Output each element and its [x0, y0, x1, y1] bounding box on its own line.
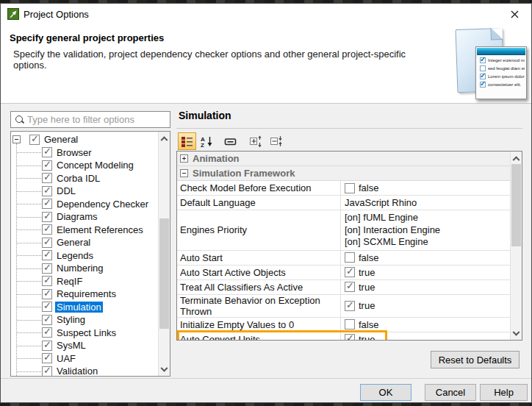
tree-item-label[interactable]: Browser [55, 147, 93, 158]
tree-item[interactable]: Simulation [11, 301, 158, 314]
filter-input[interactable] [24, 114, 170, 125]
show-description-button[interactable] [221, 132, 240, 150]
tree-item-label[interactable]: Numbering [55, 263, 105, 274]
tree-item[interactable]: Dependency Checker [11, 198, 158, 211]
tree-item-label[interactable]: Suspect Links [55, 327, 118, 338]
close-icon[interactable] [498, 4, 531, 24]
tree-item[interactable]: Validation [11, 365, 158, 377]
tree-item[interactable]: Legends [11, 249, 158, 263]
tree-item-checkbox[interactable] [42, 238, 52, 248]
tree-item[interactable]: Numbering [11, 262, 158, 275]
sort-alphabetically-button[interactable]: A Z [198, 132, 216, 150]
tree-item-checkbox[interactable] [42, 160, 52, 171]
tree-item-label[interactable]: Element References [55, 224, 145, 235]
tree-item[interactable]: Styling [11, 313, 158, 327]
value-checkbox[interactable] [345, 301, 355, 311]
property-value[interactable]: true [340, 266, 510, 279]
property-value[interactable]: true [340, 280, 510, 294]
scroll-up-icon[interactable] [159, 132, 170, 143]
scroll-down-icon[interactable] [511, 328, 522, 340]
value-checkbox[interactable] [345, 252, 355, 263]
ok-button[interactable]: OK [360, 384, 411, 401]
dialog-titlebar[interactable]: Project Options [1, 4, 531, 24]
property-row[interactable]: Auto Start Active Objectstrue [177, 266, 510, 280]
tree-item-label[interactable]: Validation [55, 366, 99, 377]
tree-item[interactable]: Element References [11, 224, 158, 237]
property-row[interactable]: Default LanguageJavaScript Rhino [177, 196, 510, 210]
tree-scrollbar[interactable] [158, 132, 170, 376]
tree-item-checkbox[interactable] [42, 250, 52, 260]
tree-item-checkbox[interactable] [42, 263, 52, 274]
tree-item-checkbox[interactable] [42, 353, 52, 363]
property-value[interactable]: true [340, 332, 510, 341]
property-row[interactable]: Check Model Before Executionfalse [177, 181, 510, 196]
tree-item[interactable]: Requirements [11, 288, 158, 301]
tree-item-checkbox[interactable] [42, 366, 52, 377]
group-row[interactable]: Animation [177, 152, 510, 166]
property-row[interactable]: Engines Priority[on] fUML Engine[on] Int… [177, 210, 510, 251]
tree-item-label[interactable]: ReqIF [55, 276, 84, 287]
tree-item-checkbox[interactable] [42, 302, 52, 312]
property-row[interactable]: Terminate Behavior on Exception Throwntr… [177, 295, 510, 318]
expand-toggle-icon[interactable] [180, 154, 188, 163]
tree-item[interactable]: Diagrams [11, 210, 158, 224]
tree-item-label[interactable]: General [55, 237, 92, 248]
collapse-all-button[interactable] [267, 132, 285, 150]
expand-all-button[interactable] [246, 132, 265, 150]
tree-item-checkbox[interactable] [29, 135, 40, 145]
tree-item[interactable]: Concept Modeling [11, 159, 158, 172]
tree-item-label[interactable]: Legends [55, 250, 95, 261]
scroll-up-icon[interactable] [511, 152, 522, 163]
value-checkbox[interactable] [345, 183, 355, 193]
tree-item[interactable]: Suspect Links [11, 327, 158, 340]
cancel-button[interactable]: Cancel [425, 384, 476, 401]
tree-item-label[interactable]: Dependency Checker [55, 199, 150, 210]
group-row[interactable]: Simulation Framework [177, 166, 510, 181]
tree-item-label[interactable]: General [43, 134, 79, 145]
tree-item[interactable]: SysML [11, 339, 158, 352]
value-checkbox[interactable] [345, 334, 355, 341]
property-row[interactable]: Auto Convert Unitstrue [177, 332, 510, 341]
property-value[interactable]: false [340, 251, 510, 265]
tree-item-label[interactable]: Diagrams [55, 211, 99, 222]
tree-item[interactable]: Browser [11, 146, 158, 160]
tree-item-label[interactable]: Requirements [55, 288, 118, 299]
collapse-toggle-icon[interactable] [12, 135, 21, 143]
tree-item-checkbox[interactable] [42, 212, 52, 222]
property-row[interactable]: Treat All Classifiers As Activetrue [177, 280, 510, 295]
tree-item-checkbox[interactable] [42, 315, 52, 325]
tree-item-checkbox[interactable] [42, 327, 52, 338]
tree-item-checkbox[interactable] [42, 341, 52, 351]
tree-item-general-root[interactable]: General [11, 133, 158, 146]
tree-item-label[interactable]: Styling [55, 314, 87, 325]
tree-item-checkbox[interactable] [42, 147, 52, 157]
help-button[interactable]: Help [480, 384, 528, 401]
tree-item[interactable]: ReqIF [11, 275, 158, 288]
property-value[interactable]: false [340, 318, 510, 332]
tree-item[interactable]: Corba IDL [11, 172, 158, 185]
tree-item-label[interactable]: Concept Modeling [55, 160, 135, 171]
tree-item-label[interactable]: Simulation [55, 302, 103, 313]
tree-item[interactable]: General [11, 236, 158, 249]
tree-item-checkbox[interactable] [42, 199, 52, 209]
tree-item-label[interactable]: SysML [55, 340, 87, 351]
tree-item-label[interactable]: UAF [55, 353, 77, 364]
collapse-toggle-icon[interactable] [180, 169, 188, 177]
property-value[interactable]: false [340, 181, 510, 195]
value-checkbox[interactable] [345, 282, 355, 292]
tree-item[interactable]: DDL [11, 185, 158, 198]
property-row[interactable]: Auto Startfalse [177, 251, 510, 266]
tree-item[interactable]: UAF [11, 352, 158, 366]
table-scrollbar[interactable] [510, 152, 522, 340]
tree-item-checkbox[interactable] [42, 224, 52, 235]
tree-item-checkbox[interactable] [42, 186, 52, 196]
tree-item-checkbox[interactable] [42, 276, 52, 286]
property-value[interactable]: true [340, 295, 510, 317]
scroll-down-icon[interactable] [159, 364, 170, 376]
table-scrollbar-thumb[interactable] [511, 164, 521, 246]
reset-to-defaults-button[interactable]: Reset to Defaults [431, 351, 520, 368]
tree-item-label[interactable]: Corba IDL [55, 173, 101, 184]
value-checkbox[interactable] [345, 267, 355, 277]
tree-item-checkbox[interactable] [42, 173, 52, 183]
property-row[interactable]: Initialize Empty Values to 0false [177, 318, 510, 332]
